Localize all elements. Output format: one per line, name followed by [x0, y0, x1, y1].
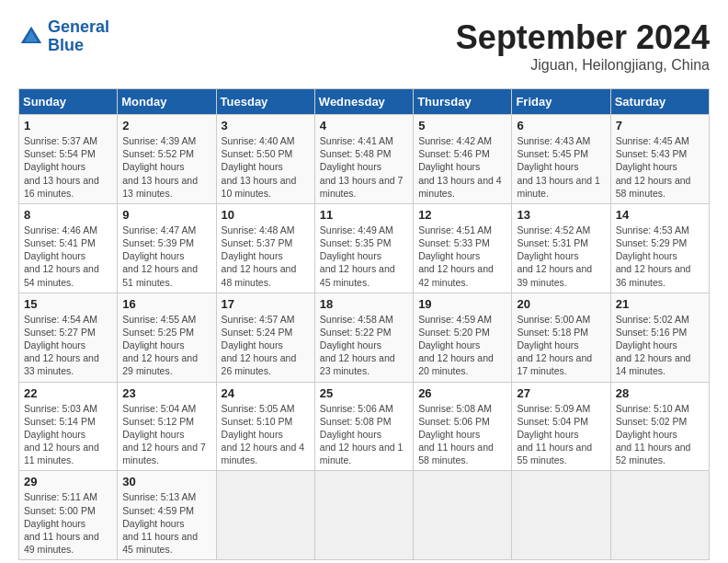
col-header-wednesday: Wednesday	[314, 89, 413, 115]
day-detail: Sunrise: 5:02 AMSunset: 5:16 PMDaylight …	[616, 314, 691, 377]
calendar-cell: 16 Sunrise: 4:55 AMSunset: 5:25 PMDaylig…	[118, 293, 216, 382]
day-number: 17	[222, 297, 310, 311]
calendar-table: SundayMondayTuesdayWednesdayThursdayFrid…	[18, 88, 710, 560]
day-number: 8	[24, 208, 112, 222]
month-title: September 2024	[456, 18, 710, 57]
day-detail: Sunrise: 4:41 AMSunset: 5:48 PMDaylight …	[320, 135, 404, 199]
day-number: 18	[320, 297, 408, 311]
calendar-cell: 5 Sunrise: 4:42 AMSunset: 5:46 PMDayligh…	[414, 115, 512, 204]
col-header-thursday: Thursday	[414, 89, 512, 115]
day-number: 29	[24, 475, 112, 488]
day-number: 22	[24, 386, 112, 400]
day-detail: Sunrise: 4:47 AMSunset: 5:39 PMDaylight …	[122, 224, 198, 288]
calendar-cell: 21 Sunrise: 5:02 AMSunset: 5:16 PMDaylig…	[610, 293, 709, 382]
calendar-cell: 27 Sunrise: 5:09 AMSunset: 5:04 PMDaylig…	[512, 382, 610, 471]
calendar-cell: 17 Sunrise: 4:57 AMSunset: 5:24 PMDaylig…	[216, 293, 314, 382]
day-detail: Sunrise: 5:03 AMSunset: 5:14 PMDaylight …	[24, 403, 99, 466]
col-header-saturday: Saturday	[610, 89, 709, 115]
location: Jiguan, Heilongjiang, China	[456, 57, 710, 74]
day-number: 2	[122, 119, 210, 132]
day-detail: Sunrise: 4:51 AMSunset: 5:33 PMDaylight …	[418, 224, 494, 288]
calendar-cell: 30 Sunrise: 5:13 AMSunset: 4:59 PMDaylig…	[118, 471, 216, 560]
day-number: 19	[418, 297, 506, 311]
title-block: September 2024 Jiguan, Heilongjiang, Chi…	[456, 18, 710, 74]
calendar-cell: 20 Sunrise: 5:00 AMSunset: 5:18 PMDaylig…	[512, 293, 610, 382]
day-detail: Sunrise: 5:05 AMSunset: 5:10 PMDaylight …	[222, 403, 305, 466]
calendar-cell: 22 Sunrise: 5:03 AMSunset: 5:14 PMDaylig…	[19, 382, 118, 471]
day-number: 7	[616, 119, 704, 132]
day-detail: Sunrise: 4:40 AMSunset: 5:50 PMDaylight …	[222, 135, 297, 199]
day-number: 6	[517, 119, 605, 132]
day-detail: Sunrise: 5:10 AMSunset: 5:02 PMDaylight …	[616, 403, 691, 466]
calendar-week-row: 29 Sunrise: 5:11 AMSunset: 5:00 PMDaylig…	[19, 471, 710, 560]
calendar-cell: 23 Sunrise: 5:04 AMSunset: 5:12 PMDaylig…	[118, 382, 216, 471]
day-detail: Sunrise: 4:54 AMSunset: 5:27 PMDaylight …	[24, 314, 99, 377]
calendar-cell: 4 Sunrise: 4:41 AMSunset: 5:48 PMDayligh…	[314, 115, 413, 204]
col-header-monday: Monday	[118, 89, 216, 115]
day-number: 16	[122, 297, 210, 311]
calendar-cell: 1 Sunrise: 5:37 AMSunset: 5:54 PMDayligh…	[19, 115, 118, 204]
day-number: 25	[320, 386, 408, 400]
calendar-cell: 9 Sunrise: 4:47 AMSunset: 5:39 PMDayligh…	[118, 203, 216, 293]
day-number: 27	[517, 386, 605, 400]
day-detail: Sunrise: 5:13 AMSunset: 4:59 PMDaylight …	[122, 491, 198, 555]
calendar-cell: 6 Sunrise: 4:43 AMSunset: 5:45 PMDayligh…	[512, 115, 610, 204]
calendar-cell: 2 Sunrise: 4:39 AMSunset: 5:52 PMDayligh…	[118, 115, 216, 204]
day-detail: Sunrise: 4:59 AMSunset: 5:20 PMDaylight …	[418, 314, 494, 377]
calendar-cell	[314, 471, 413, 560]
calendar-header-row: SundayMondayTuesdayWednesdayThursdayFrid…	[19, 89, 710, 115]
calendar-cell	[512, 471, 610, 560]
col-header-sunday: Sunday	[19, 89, 118, 115]
calendar-week-row: 8 Sunrise: 4:46 AMSunset: 5:41 PMDayligh…	[19, 203, 710, 293]
calendar-cell: 29 Sunrise: 5:11 AMSunset: 5:00 PMDaylig…	[19, 471, 118, 560]
day-number: 26	[418, 386, 506, 400]
calendar-cell: 10 Sunrise: 4:48 AMSunset: 5:37 PMDaylig…	[216, 203, 314, 293]
calendar-cell: 26 Sunrise: 5:08 AMSunset: 5:06 PMDaylig…	[414, 382, 512, 471]
day-detail: Sunrise: 4:53 AMSunset: 5:29 PMDaylight …	[616, 224, 691, 288]
logo: General Blue	[18, 18, 109, 55]
day-detail: Sunrise: 4:55 AMSunset: 5:25 PMDaylight …	[122, 314, 198, 377]
calendar-cell: 12 Sunrise: 4:51 AMSunset: 5:33 PMDaylig…	[414, 203, 512, 293]
day-detail: Sunrise: 4:58 AMSunset: 5:22 PMDaylight …	[320, 314, 395, 377]
day-detail: Sunrise: 5:06 AMSunset: 5:08 PMDaylight …	[320, 403, 404, 466]
day-detail: Sunrise: 5:00 AMSunset: 5:18 PMDaylight …	[517, 314, 592, 377]
calendar-cell: 14 Sunrise: 4:53 AMSunset: 5:29 PMDaylig…	[610, 203, 709, 293]
day-detail: Sunrise: 4:49 AMSunset: 5:35 PMDaylight …	[320, 224, 395, 288]
calendar-week-row: 15 Sunrise: 4:54 AMSunset: 5:27 PMDaylig…	[19, 293, 710, 382]
day-number: 3	[222, 119, 310, 132]
col-header-tuesday: Tuesday	[216, 89, 314, 115]
day-number: 14	[616, 208, 704, 222]
calendar-cell	[610, 471, 709, 560]
day-detail: Sunrise: 5:04 AMSunset: 5:12 PMDaylight …	[122, 403, 206, 466]
day-number: 5	[418, 119, 506, 132]
day-detail: Sunrise: 4:46 AMSunset: 5:41 PMDaylight …	[24, 224, 99, 288]
calendar-week-row: 22 Sunrise: 5:03 AMSunset: 5:14 PMDaylig…	[19, 382, 710, 471]
logo-text: General Blue	[48, 18, 109, 55]
calendar-cell: 7 Sunrise: 4:45 AMSunset: 5:43 PMDayligh…	[610, 115, 709, 204]
day-detail: Sunrise: 4:52 AMSunset: 5:31 PMDaylight …	[517, 224, 592, 288]
day-number: 13	[517, 208, 605, 222]
day-detail: Sunrise: 4:48 AMSunset: 5:37 PMDaylight …	[222, 224, 297, 288]
calendar-cell: 19 Sunrise: 4:59 AMSunset: 5:20 PMDaylig…	[414, 293, 512, 382]
day-detail: Sunrise: 5:11 AMSunset: 5:00 PMDaylight …	[24, 491, 99, 555]
col-header-friday: Friday	[512, 89, 610, 115]
day-number: 30	[122, 475, 210, 488]
day-detail: Sunrise: 4:39 AMSunset: 5:52 PMDaylight …	[122, 135, 198, 199]
calendar-cell: 25 Sunrise: 5:06 AMSunset: 5:08 PMDaylig…	[314, 382, 413, 471]
day-detail: Sunrise: 4:43 AMSunset: 5:45 PMDaylight …	[517, 135, 600, 199]
calendar-cell: 18 Sunrise: 4:58 AMSunset: 5:22 PMDaylig…	[314, 293, 413, 382]
day-detail: Sunrise: 4:57 AMSunset: 5:24 PMDaylight …	[222, 314, 297, 377]
page-header: General Blue September 2024 Jiguan, Heil…	[18, 18, 710, 74]
day-number: 10	[222, 208, 310, 222]
day-number: 1	[24, 119, 112, 132]
day-number: 12	[418, 208, 506, 222]
day-number: 28	[616, 386, 704, 400]
calendar-cell: 11 Sunrise: 4:49 AMSunset: 5:35 PMDaylig…	[314, 203, 413, 293]
calendar-week-row: 1 Sunrise: 5:37 AMSunset: 5:54 PMDayligh…	[19, 115, 710, 204]
day-number: 23	[122, 386, 210, 400]
calendar-cell: 3 Sunrise: 4:40 AMSunset: 5:50 PMDayligh…	[216, 115, 314, 204]
calendar-cell: 8 Sunrise: 4:46 AMSunset: 5:41 PMDayligh…	[19, 203, 118, 293]
day-number: 9	[122, 208, 210, 222]
day-detail: Sunrise: 4:45 AMSunset: 5:43 PMDaylight …	[616, 135, 691, 199]
day-detail: Sunrise: 5:37 AMSunset: 5:54 PMDaylight …	[24, 135, 99, 199]
